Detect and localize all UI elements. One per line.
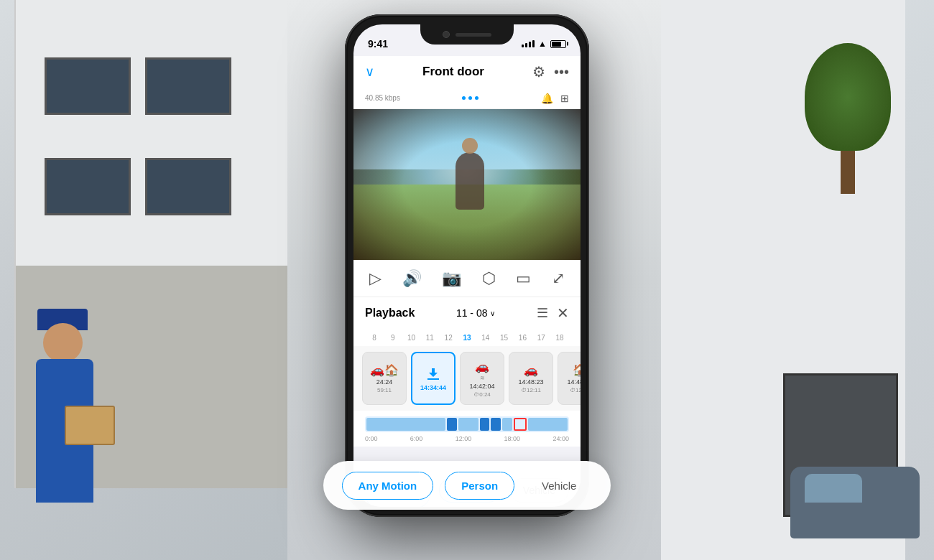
svg-rect-0	[427, 378, 439, 380]
dots-menu[interactable]	[462, 96, 478, 100]
phone-shell: 9:41 ▲ ∨ Front door	[345, 14, 589, 517]
clip-5-duration: ⏱12:11	[570, 387, 581, 393]
playback-icons: ☰ ✕	[537, 304, 569, 322]
tree-canopy	[805, 43, 891, 151]
battery-icon	[550, 40, 566, 48]
background-left	[0, 0, 287, 560]
clip-2-time: 14:34:44	[420, 384, 446, 391]
seg-mid-1	[458, 418, 478, 431]
controls-bar: ▷ 🔊 📷 ⬡ ▭ ⤢	[353, 260, 581, 297]
dot-2	[468, 96, 472, 100]
grid-icon[interactable]: ⊞	[560, 93, 569, 104]
hour-16: 16	[514, 334, 532, 342]
background-right	[661, 0, 934, 560]
signal-bar-2	[525, 43, 527, 47]
clip-1[interactable]: 🚗🏠 24:24 59:11	[362, 352, 407, 405]
hour-10: 10	[402, 334, 421, 342]
camera-person-body	[456, 152, 484, 210]
scrubber-label-6: 6:00	[410, 435, 423, 442]
bell-icon[interactable]: 🔔	[541, 93, 553, 104]
clip-3[interactable]: 🚗 ≋ 14:42:04 ⏱0:24	[460, 352, 504, 405]
hour-14: 14	[476, 334, 495, 342]
camera-person-head	[462, 138, 478, 154]
camera-title: Front door	[422, 65, 484, 79]
window-left-1	[45, 57, 131, 115]
playback-title: Playback	[365, 307, 415, 319]
scrubber-segments	[365, 416, 569, 432]
status-icons: ▲	[522, 39, 566, 49]
filter-overlay: Any Motion Person Vehicle	[323, 461, 611, 510]
date-value: 11 - 08	[456, 307, 488, 319]
record-icon[interactable]: ⬡	[482, 269, 496, 288]
clip-4-duration: ⏱12:11	[521, 387, 541, 393]
hour-17: 17	[532, 334, 550, 342]
building-right	[661, 0, 905, 560]
scrubber-label-12: 12:00	[456, 435, 472, 442]
scrubber-track[interactable]	[365, 416, 569, 432]
clip-3-icon: 🚗	[475, 360, 489, 373]
play-icon[interactable]: ▷	[369, 269, 382, 288]
clip-3-time: 14:42:04	[469, 383, 494, 390]
clip-row: 🚗🏠 24:24 59:11 14:34:44 🚗 ≋ 14:42:0	[353, 346, 581, 411]
window-left-3	[45, 158, 131, 215]
playback-header: Playback 11 - 08 ∨ ☰ ✕	[353, 297, 581, 329]
hour-8: 8	[365, 334, 384, 342]
clip-5-time: 14:48:23	[567, 378, 581, 386]
tree-right	[805, 43, 891, 187]
person-head	[43, 323, 83, 363]
clip-3-motion: ≋	[480, 375, 485, 381]
scrubber-labels: 0:00 6:00 12:00 18:00 24:00	[365, 435, 569, 442]
notch-camera	[443, 31, 450, 38]
notch-speaker	[456, 33, 491, 37]
clip-5[interactable]: 🏠 14:48:23 ⏱12:11	[558, 352, 581, 405]
window-left-4	[145, 158, 231, 215]
signal-bars	[522, 40, 535, 47]
car	[790, 467, 920, 538]
dot-1	[462, 96, 466, 100]
overlay-chip-any-motion[interactable]: Any Motion	[342, 472, 434, 500]
clip-1-time: 24:24	[376, 378, 393, 386]
clip-2[interactable]: 14:34:44	[411, 352, 456, 405]
hour-13[interactable]: 13	[458, 334, 476, 342]
scrubber-label-0: 0:00	[365, 435, 378, 442]
signal-bar-3	[529, 42, 531, 47]
clip-1-duration: 59:11	[377, 387, 392, 393]
seg-mid-2	[502, 418, 512, 431]
list-view-icon[interactable]: ☰	[537, 305, 548, 321]
close-button[interactable]: ✕	[557, 304, 569, 322]
scrubber[interactable]: 0:00 6:00 12:00 18:00 24:00	[353, 411, 581, 447]
playback-date[interactable]: 11 - 08 ∨	[456, 307, 496, 319]
tree-trunk	[841, 151, 855, 194]
delivery-person	[22, 258, 115, 503]
car-window	[805, 474, 862, 503]
seg-empty-2	[528, 418, 568, 431]
camera-fisheye	[353, 109, 581, 260]
hour-15: 15	[495, 334, 514, 342]
clip-4[interactable]: 🚗 14:48:23 ⏱12:11	[509, 352, 553, 405]
wifi-icon: ▲	[538, 39, 547, 49]
seg-empty-1	[366, 418, 445, 431]
download-icon	[425, 365, 442, 383]
battery-fill	[552, 42, 561, 47]
clip-1-icon: 🚗🏠	[370, 363, 399, 377]
seg-event-2	[480, 418, 490, 431]
overlay-chip-vehicle[interactable]: Vehicle	[526, 472, 592, 499]
scrubber-label-18: 18:00	[504, 435, 521, 442]
timeline-hours: 8 9 10 11 12 13 14 15 16 17 18	[353, 329, 581, 346]
chevron-down-icon[interactable]: ∨	[365, 64, 374, 80]
camera-info-bar: 40.85 kbps 🔔 ⊞	[353, 88, 581, 109]
pip-icon[interactable]: ▭	[516, 269, 531, 288]
camera-snap-icon[interactable]: 📷	[442, 269, 461, 288]
speaker-icon[interactable]: 🔊	[402, 269, 422, 288]
seg-event-1	[447, 418, 457, 431]
clip-5-icon: 🏠	[573, 363, 581, 377]
clip-3-duration: ⏱0:24	[473, 391, 491, 398]
window-left-2	[145, 57, 231, 115]
overlay-chip-person[interactable]: Person	[445, 472, 514, 500]
gear-icon[interactable]: ⚙	[532, 63, 545, 80]
phone-screen: 9:41 ▲ ∨ Front door	[353, 24, 581, 507]
date-chevron-icon: ∨	[490, 309, 495, 317]
more-icon[interactable]: •••	[554, 64, 569, 80]
fullscreen-icon[interactable]: ⤢	[552, 269, 565, 288]
bitrate-text: 40.85 kbps	[365, 94, 400, 102]
